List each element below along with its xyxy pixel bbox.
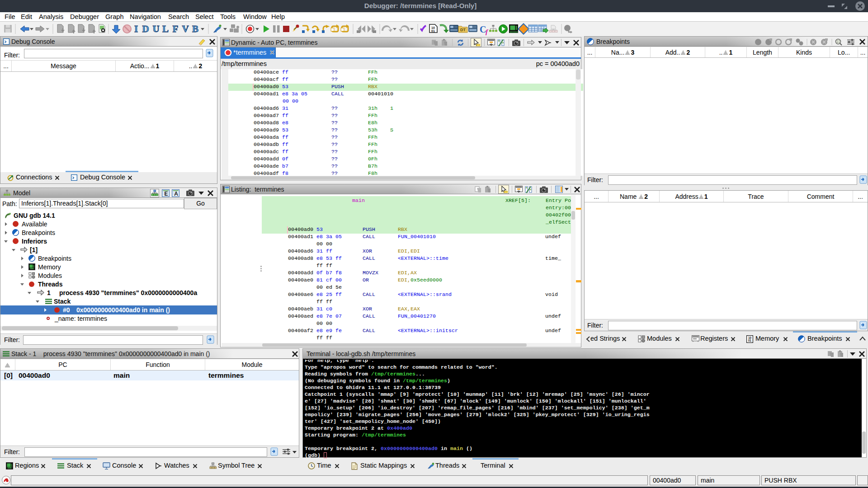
svg-text:A: A	[174, 191, 178, 197]
svg-text:U: U	[152, 23, 159, 34]
svg-text:01: 01	[748, 339, 752, 342]
svg-text:10: 10	[431, 26, 435, 29]
svg-text:D: D	[142, 23, 149, 34]
svg-text:E: E	[164, 191, 168, 197]
svg-text:V: V	[182, 23, 189, 34]
svg-text:B: B	[192, 23, 198, 34]
svg-text:F: F	[173, 23, 179, 34]
svg-text:f: f	[486, 28, 489, 35]
svg-text:DT: DT	[460, 28, 466, 32]
svg-text:I: I	[134, 23, 138, 34]
svg-text:L: L	[162, 23, 169, 34]
svg-text:01: 01	[431, 29, 435, 33]
